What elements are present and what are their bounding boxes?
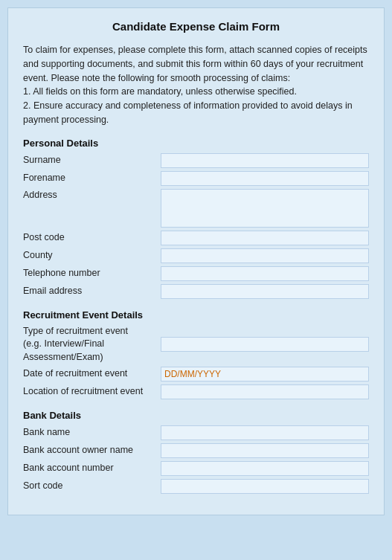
telephone-input[interactable] — [161, 266, 369, 281]
bank-account-owner-input[interactable] — [161, 443, 369, 458]
event-location-row: Location of recruitment event — [23, 384, 369, 399]
postcode-label: Post code — [23, 231, 161, 245]
postcode-input[interactable] — [161, 231, 369, 245]
county-row: County — [23, 248, 369, 263]
address-row: Address — [23, 189, 369, 228]
forename-input[interactable] — [161, 171, 369, 186]
bank-account-number-label: Bank account number — [23, 462, 161, 475]
sort-code-input[interactable] — [161, 479, 369, 494]
event-type-row: Type of recruitment event(e.g. Interview… — [23, 325, 369, 364]
form-container: Candidate Expense Claim Form To claim fo… — [7, 7, 385, 515]
email-row: Email address — [23, 284, 369, 299]
sort-code-label: Sort code — [23, 480, 161, 493]
event-location-input[interactable] — [161, 384, 369, 399]
telephone-row: Telephone number — [23, 266, 369, 281]
surname-label: Surname — [23, 154, 161, 167]
sort-code-row: Sort code — [23, 479, 369, 494]
intro-text: To claim for expenses, please complete t… — [23, 43, 369, 127]
recruitment-details-title: Recruitment Event Details — [23, 309, 369, 321]
postcode-row: Post code — [23, 231, 369, 245]
bank-account-number-input[interactable] — [161, 461, 369, 476]
county-input[interactable] — [161, 248, 369, 263]
personal-details-title: Personal Details — [23, 138, 369, 149]
bank-account-owner-row: Bank account owner name — [23, 443, 369, 458]
note1: 1. All fields on this form are mandatory… — [23, 86, 297, 97]
event-date-input[interactable] — [161, 367, 369, 382]
address-input[interactable] — [161, 189, 369, 228]
bank-name-row: Bank name — [23, 425, 369, 440]
address-label: Address — [23, 189, 161, 202]
surname-input[interactable] — [161, 153, 369, 168]
event-location-label: Location of recruitment event — [23, 385, 161, 399]
forename-label: Forename — [23, 172, 161, 185]
intro-paragraph: To claim for expenses, please complete t… — [23, 45, 367, 83]
county-label: County — [23, 249, 161, 263]
surname-row: Surname — [23, 153, 369, 168]
telephone-label: Telephone number — [23, 267, 161, 280]
event-date-label: Date of recruitment event — [23, 367, 161, 381]
bank-details-title: Bank Details — [23, 410, 369, 421]
bank-name-input[interactable] — [161, 425, 369, 440]
form-title: Candidate Expense Claim Form — [23, 20, 369, 33]
email-input[interactable] — [161, 284, 369, 299]
event-date-row: Date of recruitment event — [23, 367, 369, 382]
note2: 2. Ensure accuracy and completeness of i… — [23, 100, 353, 125]
event-type-input[interactable] — [161, 337, 369, 352]
bank-account-number-row: Bank account number — [23, 461, 369, 476]
event-type-label: Type of recruitment event(e.g. Interview… — [23, 325, 161, 364]
bank-name-label: Bank name — [23, 426, 161, 440]
forename-row: Forename — [23, 171, 369, 186]
bank-account-owner-label: Bank account owner name — [23, 444, 161, 457]
email-label: Email address — [23, 285, 161, 298]
